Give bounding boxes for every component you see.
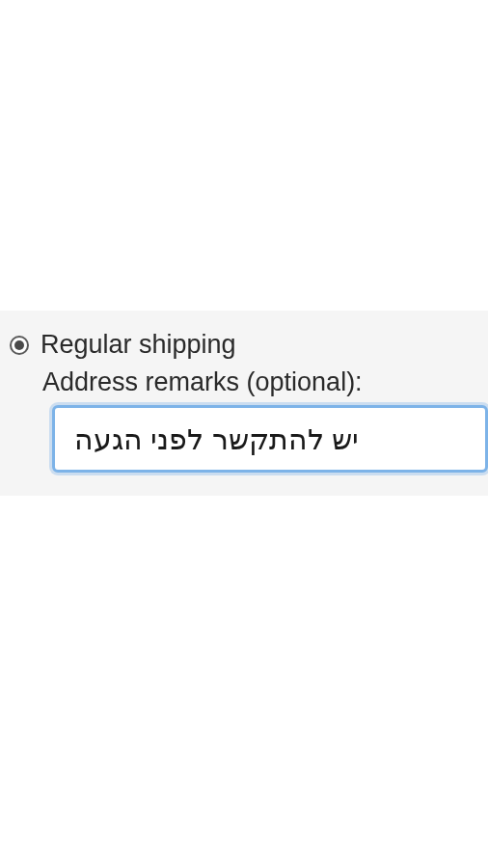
- shipping-form-section: Regular shipping Address remarks (option…: [0, 311, 488, 496]
- radio-selected-dot: [14, 340, 24, 350]
- shipping-option-row[interactable]: Regular shipping: [10, 330, 488, 360]
- address-remarks-input[interactable]: [52, 405, 488, 473]
- address-remarks-label: Address remarks (optional):: [42, 367, 488, 397]
- shipping-option-label: Regular shipping: [41, 330, 236, 360]
- radio-button[interactable]: [10, 336, 29, 355]
- input-wrapper: [52, 405, 488, 473]
